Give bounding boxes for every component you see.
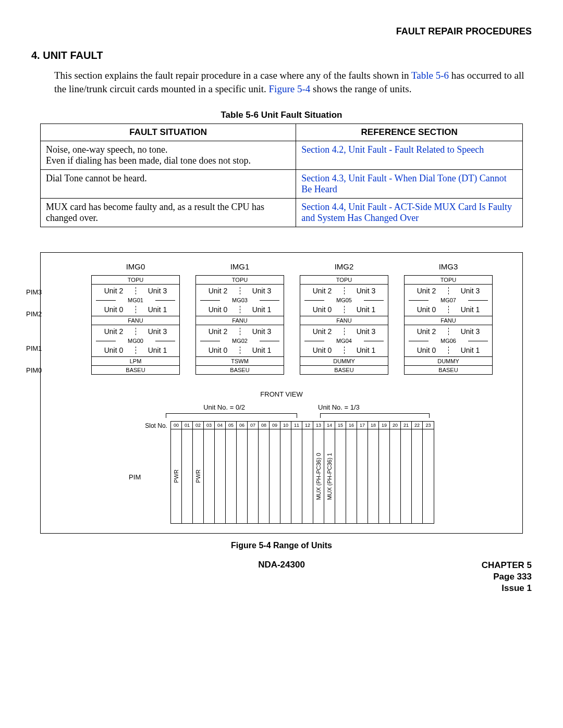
fault-cell: Noise, one-way speech, no tone. Even if … xyxy=(41,141,296,170)
slot-cell: 14MUX (PH-PC36) 1 xyxy=(324,422,335,523)
unit-row: Unit 0Unit 1 xyxy=(405,344,492,356)
slot-number: 00 xyxy=(171,422,181,429)
slot-cell: 01 xyxy=(182,422,193,523)
slot-cell: 18 xyxy=(368,422,379,523)
mg-label: MG00 xyxy=(92,338,179,344)
unit-row: Unit 0Unit 1 xyxy=(196,344,284,356)
slot-number: 13 xyxy=(313,422,324,429)
fanu-label: FANU xyxy=(92,316,179,325)
slot-cell: 17 xyxy=(357,422,368,523)
rack: TOPUUnit 2Unit 3MG01Unit 0Unit 1FANUUnit… xyxy=(91,275,180,375)
unit-row: Unit 0Unit 1 xyxy=(92,344,179,356)
img-title: IMG0 xyxy=(91,262,180,271)
bottom-module-label: DUMMY xyxy=(405,356,492,365)
slot-number: 06 xyxy=(237,422,247,429)
slot-body xyxy=(259,429,269,523)
fanu-label: FANU xyxy=(405,316,492,325)
mg-label: MG02 xyxy=(196,338,284,344)
slot-body xyxy=(226,429,236,523)
doc-number: NDA-24300 xyxy=(258,560,305,570)
slot-cell: 12 xyxy=(302,422,313,523)
slot-body xyxy=(412,429,422,523)
slot-number: 19 xyxy=(379,422,389,429)
slot-body xyxy=(237,429,247,523)
slot-number: 04 xyxy=(215,422,225,429)
slot-cell: 10 xyxy=(280,422,291,523)
reference-link[interactable]: Section 4.4, Unit Fault - ACT-Side MUX C… xyxy=(296,199,523,227)
slot-body xyxy=(302,429,313,523)
unit-row: Unit 0Unit 1 xyxy=(405,303,492,316)
slot-body xyxy=(401,429,411,523)
slot-card-label: PWR xyxy=(173,470,179,483)
reference-link[interactable]: Section 4.3, Unit Fault - When Dial Tone… xyxy=(296,170,523,199)
reference-link[interactable]: Section 4.2, Unit Fault - Fault Related … xyxy=(296,141,523,170)
slot-cell: 23 xyxy=(423,422,434,523)
unit-row: Unit 2Unit 3 xyxy=(405,325,492,338)
slot-body xyxy=(291,429,302,523)
img-column: IMG1TOPUUnit 2Unit 3MG03Unit 0Unit 1FANU… xyxy=(195,262,284,375)
topu-label: TOPU xyxy=(405,276,492,285)
slot-body: PWR xyxy=(171,429,181,523)
mg-label: MG05 xyxy=(300,297,388,303)
slot-number: 07 xyxy=(248,422,258,429)
slot-body xyxy=(368,429,378,523)
section-heading: 4. UNIT FAULT xyxy=(31,50,532,61)
slot-cell: 05 xyxy=(226,422,237,523)
slot-body xyxy=(335,429,346,523)
pim-label: PIM2 xyxy=(26,310,52,318)
front-view-label: FRONT VIEW xyxy=(47,390,516,398)
slot-number: 16 xyxy=(346,422,357,429)
fault-cell: Dial Tone cannot be heard. xyxy=(41,170,296,199)
unit-row: Unit 2Unit 3 xyxy=(196,285,284,297)
slot-number: 05 xyxy=(226,422,236,429)
slot-body: MUX (PH-PC36) 0 xyxy=(313,429,324,523)
unit-row: Unit 2Unit 3 xyxy=(92,325,179,338)
chapter: CHAPTER 5 xyxy=(482,560,532,571)
unit-row: Unit 0Unit 1 xyxy=(196,303,284,316)
slot-cell: 20 xyxy=(390,422,401,523)
section-number: 4. xyxy=(31,50,40,61)
slot-body xyxy=(204,429,214,523)
slot-no-label: Slot No. xyxy=(145,421,167,429)
img-column: IMG3TOPUUnit 2Unit 3MG07Unit 0Unit 1FANU… xyxy=(404,262,493,375)
topu-label: TOPU xyxy=(196,276,284,285)
slot-body xyxy=(390,429,400,523)
slot-cell: 11 xyxy=(291,422,302,523)
unit-row: Unit 0Unit 1 xyxy=(300,344,388,356)
baseu-label: BASEU xyxy=(92,365,179,374)
unit-row: Unit 0Unit 1 xyxy=(92,303,179,316)
slot-cell: 02PWR xyxy=(193,422,204,523)
topu-label: TOPU xyxy=(300,276,388,285)
slot-number: 22 xyxy=(412,422,422,429)
mg-label: MG03 xyxy=(196,297,284,303)
fault-cell: MUX card has become faulty and, as a res… xyxy=(41,199,296,227)
img-title: IMG1 xyxy=(195,262,284,271)
intro-text: shows the range of units. xyxy=(310,83,411,94)
slot-number: 15 xyxy=(335,422,346,429)
pim-label: PIM3 xyxy=(26,288,52,296)
slot-body xyxy=(270,429,280,523)
unit-row: Unit 0Unit 1 xyxy=(300,303,388,316)
col-fault-situation: FAULT SITUATION xyxy=(41,124,296,141)
table-caption: Table 5-6 Unit Fault Situation xyxy=(31,110,532,120)
table-row: MUX card has become faulty and, as a res… xyxy=(41,199,523,227)
slot-body xyxy=(357,429,368,523)
slot-cell: 15 xyxy=(335,422,346,523)
section-title-text: UNIT FAULT xyxy=(43,50,103,61)
img-title: IMG3 xyxy=(404,262,493,271)
slot-number: 14 xyxy=(324,422,335,429)
slot-card-label: MUX (PH-PC36) 1 xyxy=(326,453,333,500)
table-row: Noise, one-way speech, no tone. Even if … xyxy=(41,141,523,170)
mg-label: MG07 xyxy=(405,297,492,303)
unit-row: Unit 2Unit 3 xyxy=(300,285,388,297)
rack: TOPUUnit 2Unit 3MG03Unit 0Unit 1FANUUnit… xyxy=(195,275,284,375)
slot-body: PWR xyxy=(193,429,203,523)
slot-body xyxy=(423,429,434,523)
slot-cell: 09 xyxy=(270,422,280,523)
slot-cell: 13MUX (PH-PC36) 0 xyxy=(313,422,324,523)
table-ref-link[interactable]: Table 5-6 xyxy=(411,70,449,81)
slot-body xyxy=(346,429,357,523)
slot-cell: 07 xyxy=(248,422,259,523)
figure-ref-link[interactable]: Figure 5-4 xyxy=(269,83,311,94)
slot-number: 08 xyxy=(259,422,269,429)
